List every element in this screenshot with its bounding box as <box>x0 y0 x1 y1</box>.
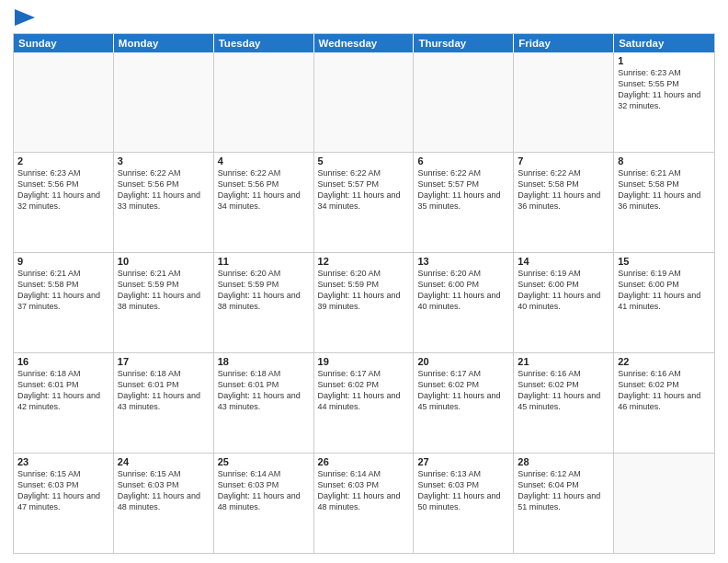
day-number: 27 <box>417 456 509 467</box>
day-number: 18 <box>218 356 310 367</box>
day-number: 6 <box>417 155 509 167</box>
header-day: Thursday <box>414 34 514 52</box>
day-number: 11 <box>218 256 310 267</box>
calendar-cell: 23Sunrise: 6:15 AM Sunset: 6:03 PM Dayli… <box>14 454 114 553</box>
calendar-cell: 9Sunrise: 6:21 AM Sunset: 5:58 PM Daylig… <box>14 253 114 352</box>
day-number: 25 <box>218 456 310 467</box>
calendar-cell: 16Sunrise: 6:18 AM Sunset: 6:01 PM Dayli… <box>14 353 114 453</box>
day-info: Sunrise: 6:21 AM Sunset: 5:58 PM Dayligh… <box>17 268 109 313</box>
calendar-cell: 11Sunrise: 6:20 AM Sunset: 5:59 PM Dayli… <box>214 253 314 352</box>
day-number: 24 <box>118 456 210 467</box>
header-day: Saturday <box>614 34 714 52</box>
calendar-cell: 14Sunrise: 6:19 AM Sunset: 6:00 PM Dayli… <box>514 253 614 352</box>
day-number: 1 <box>618 55 711 66</box>
calendar-cell <box>214 52 314 152</box>
calendar-cell: 25Sunrise: 6:14 AM Sunset: 6:03 PM Dayli… <box>214 454 314 553</box>
day-info: Sunrise: 6:21 AM Sunset: 5:58 PM Dayligh… <box>618 167 711 213</box>
logo <box>13 9 35 26</box>
day-info: Sunrise: 6:15 AM Sunset: 6:03 PM Dayligh… <box>118 468 210 513</box>
calendar-cell: 28Sunrise: 6:12 AM Sunset: 6:04 PM Dayli… <box>514 454 614 553</box>
calendar-cell: 10Sunrise: 6:21 AM Sunset: 5:59 PM Dayli… <box>114 253 214 352</box>
day-info: Sunrise: 6:21 AM Sunset: 5:59 PM Dayligh… <box>118 268 210 313</box>
calendar-cell: 3Sunrise: 6:22 AM Sunset: 5:56 PM Daylig… <box>114 153 214 252</box>
calendar-cell: 27Sunrise: 6:13 AM Sunset: 6:03 PM Dayli… <box>414 454 514 553</box>
calendar: SundayMondayTuesdayWednesdayThursdayFrid… <box>13 33 715 554</box>
day-info: Sunrise: 6:16 AM Sunset: 6:02 PM Dayligh… <box>518 368 609 413</box>
calendar-cell: 22Sunrise: 6:16 AM Sunset: 6:02 PM Dayli… <box>614 353 714 453</box>
day-number: 19 <box>318 356 410 367</box>
calendar-cell: 17Sunrise: 6:18 AM Sunset: 6:01 PM Dayli… <box>114 353 214 453</box>
calendar-week: 1Sunrise: 6:23 AM Sunset: 5:55 PM Daylig… <box>14 52 714 153</box>
day-number: 26 <box>318 456 410 467</box>
day-info: Sunrise: 6:22 AM Sunset: 5:58 PM Dayligh… <box>518 167 609 213</box>
day-info: Sunrise: 6:18 AM Sunset: 6:01 PM Dayligh… <box>118 368 210 413</box>
calendar-cell <box>114 52 214 152</box>
calendar-cell <box>514 52 614 152</box>
calendar-cell: 4Sunrise: 6:22 AM Sunset: 5:56 PM Daylig… <box>214 153 314 252</box>
calendar-body: 1Sunrise: 6:23 AM Sunset: 5:55 PM Daylig… <box>14 52 714 553</box>
day-info: Sunrise: 6:23 AM Sunset: 5:56 PM Dayligh… <box>17 167 109 213</box>
calendar-cell: 5Sunrise: 6:22 AM Sunset: 5:57 PM Daylig… <box>314 153 415 252</box>
day-number: 7 <box>518 155 609 167</box>
calendar-week: 16Sunrise: 6:18 AM Sunset: 6:01 PM Dayli… <box>14 353 714 454</box>
header-day: Tuesday <box>214 34 314 52</box>
day-info: Sunrise: 6:22 AM Sunset: 5:57 PM Dayligh… <box>417 167 509 213</box>
calendar-cell: 8Sunrise: 6:21 AM Sunset: 5:58 PM Daylig… <box>614 153 714 252</box>
calendar-cell <box>14 52 114 152</box>
day-info: Sunrise: 6:18 AM Sunset: 6:01 PM Dayligh… <box>17 368 109 413</box>
day-info: Sunrise: 6:14 AM Sunset: 6:03 PM Dayligh… <box>318 468 410 513</box>
day-info: Sunrise: 6:20 AM Sunset: 5:59 PM Dayligh… <box>318 268 410 313</box>
header <box>13 9 715 26</box>
page: SundayMondayTuesdayWednesdayThursdayFrid… <box>0 0 728 563</box>
day-info: Sunrise: 6:19 AM Sunset: 6:00 PM Dayligh… <box>518 268 609 313</box>
calendar-cell <box>314 52 415 152</box>
day-number: 23 <box>17 456 109 467</box>
calendar-cell: 24Sunrise: 6:15 AM Sunset: 6:03 PM Dayli… <box>114 454 214 553</box>
day-info: Sunrise: 6:17 AM Sunset: 6:02 PM Dayligh… <box>417 368 509 413</box>
day-info: Sunrise: 6:22 AM Sunset: 5:57 PM Dayligh… <box>318 167 410 213</box>
calendar-cell: 15Sunrise: 6:19 AM Sunset: 6:00 PM Dayli… <box>614 253 714 352</box>
day-info: Sunrise: 6:20 AM Sunset: 6:00 PM Dayligh… <box>417 268 509 313</box>
day-info: Sunrise: 6:17 AM Sunset: 6:02 PM Dayligh… <box>318 368 410 413</box>
day-number: 17 <box>118 356 210 367</box>
day-number: 8 <box>618 155 711 167</box>
day-number: 13 <box>417 256 509 267</box>
calendar-cell: 2Sunrise: 6:23 AM Sunset: 5:56 PM Daylig… <box>14 153 114 252</box>
day-number: 2 <box>17 155 109 167</box>
calendar-cell: 20Sunrise: 6:17 AM Sunset: 6:02 PM Dayli… <box>414 353 514 453</box>
day-info: Sunrise: 6:18 AM Sunset: 6:01 PM Dayligh… <box>218 368 310 413</box>
day-number: 9 <box>17 256 109 267</box>
day-number: 22 <box>618 356 711 367</box>
day-info: Sunrise: 6:13 AM Sunset: 6:03 PM Dayligh… <box>417 468 509 513</box>
calendar-cell: 12Sunrise: 6:20 AM Sunset: 5:59 PM Dayli… <box>314 253 415 352</box>
svg-marker-0 <box>15 9 35 26</box>
day-number: 28 <box>518 456 609 467</box>
day-number: 20 <box>417 356 509 367</box>
calendar-cell: 19Sunrise: 6:17 AM Sunset: 6:02 PM Dayli… <box>314 353 415 453</box>
day-number: 16 <box>17 356 109 367</box>
day-number: 15 <box>618 256 711 267</box>
header-day: Monday <box>114 34 214 52</box>
day-info: Sunrise: 6:23 AM Sunset: 5:55 PM Dayligh… <box>618 67 711 112</box>
calendar-week: 23Sunrise: 6:15 AM Sunset: 6:03 PM Dayli… <box>14 454 714 553</box>
header-day: Friday <box>514 34 614 52</box>
calendar-cell: 1Sunrise: 6:23 AM Sunset: 5:55 PM Daylig… <box>614 52 714 152</box>
header-day: Sunday <box>14 34 114 52</box>
calendar-cell: 26Sunrise: 6:14 AM Sunset: 6:03 PM Dayli… <box>314 454 415 553</box>
day-number: 4 <box>218 155 310 167</box>
calendar-week: 2Sunrise: 6:23 AM Sunset: 5:56 PM Daylig… <box>14 153 714 253</box>
day-number: 5 <box>318 155 410 167</box>
logo-icon <box>15 9 35 26</box>
calendar-cell: 18Sunrise: 6:18 AM Sunset: 6:01 PM Dayli… <box>214 353 314 453</box>
header-day: Wednesday <box>314 34 415 52</box>
day-info: Sunrise: 6:14 AM Sunset: 6:03 PM Dayligh… <box>218 468 310 513</box>
day-number: 14 <box>518 256 609 267</box>
day-number: 10 <box>118 256 210 267</box>
day-info: Sunrise: 6:20 AM Sunset: 5:59 PM Dayligh… <box>218 268 310 313</box>
calendar-cell <box>614 454 714 553</box>
day-info: Sunrise: 6:12 AM Sunset: 6:04 PM Dayligh… <box>518 468 609 513</box>
day-info: Sunrise: 6:22 AM Sunset: 5:56 PM Dayligh… <box>118 167 210 213</box>
day-number: 21 <box>518 356 609 367</box>
calendar-week: 9Sunrise: 6:21 AM Sunset: 5:58 PM Daylig… <box>14 253 714 353</box>
day-info: Sunrise: 6:16 AM Sunset: 6:02 PM Dayligh… <box>618 368 711 413</box>
